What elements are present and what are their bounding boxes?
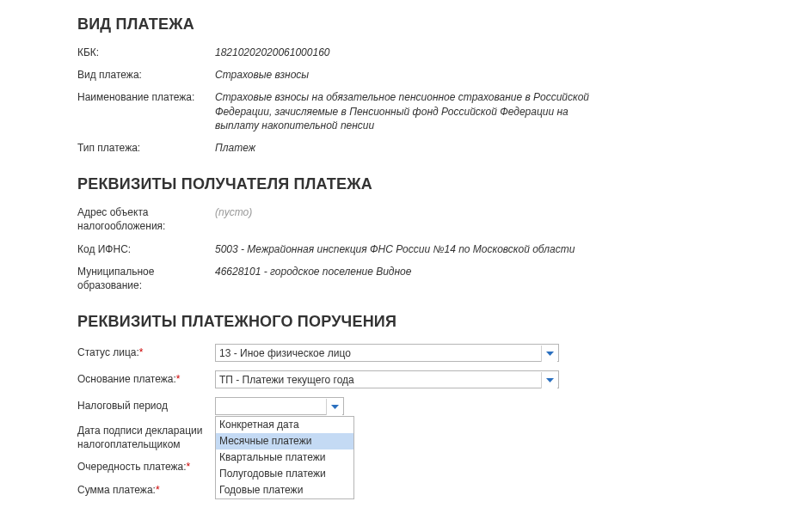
- row-muni: Муниципальное образование: 46628101 - го…: [77, 261, 722, 297]
- period-option[interactable]: Годовые платежи: [216, 482, 353, 498]
- section3-title: РЕКВИЗИТЫ ПЛАТЕЖНОГО ПОРУЧЕНИЯ: [77, 313, 722, 331]
- sign-date-label: Дата подписи декларации налогоплательщик…: [77, 424, 215, 451]
- period-option[interactable]: Месячные платежи: [216, 433, 353, 449]
- row-payment-kind: Вид платежа: Страховые взносы: [77, 64, 722, 87]
- row-period: Налоговый период Конкретная датаМесячные…: [77, 393, 722, 419]
- basis-label: Основание платежа:*: [77, 372, 215, 386]
- muni-label: Муниципальное образование:: [77, 265, 215, 292]
- chevron-down-icon: [326, 399, 342, 415]
- row-amount: Сумма платежа:*: [77, 479, 722, 501]
- period-option[interactable]: Квартальные платежи: [216, 449, 353, 466]
- ifns-label: Код ИФНС:: [77, 242, 215, 256]
- ifns-value: 5003 - Межрайонная инспекция ФНС России …: [215, 242, 593, 256]
- payment-kind-label: Вид платежа:: [77, 68, 215, 82]
- row-tax-addr: Адрес объекта налогообложения: (пусто): [77, 202, 722, 238]
- row-status: Статус лица:* 13 - Иное физическое лицо: [77, 339, 722, 366]
- row-basis: Основание платежа:* ТП - Платежи текущег…: [77, 366, 722, 393]
- row-payment-type: Тип платежа: Платеж: [77, 138, 722, 160]
- row-ifns: Код ИФНС: 5003 - Межрайонная инспекция Ф…: [77, 239, 722, 261]
- required-star: *: [176, 373, 181, 385]
- kbk-label: КБК:: [77, 46, 215, 59]
- period-option[interactable]: Полугодовые платежи: [216, 466, 353, 482]
- status-select-value: 13 - Иное физическое лицо: [219, 347, 351, 359]
- section2-title: РЕКВИЗИТЫ ПОЛУЧАТЕЛЯ ПЛАТЕЖА: [77, 175, 722, 193]
- status-label: Статус лица:*: [77, 345, 215, 359]
- basis-select-value: ТП - Платежи текущего года: [219, 374, 354, 386]
- required-star: *: [187, 461, 191, 473]
- order-label: Очередность платежа:*: [77, 460, 215, 474]
- period-label: Налоговый период: [77, 399, 215, 413]
- chevron-down-icon: [541, 372, 557, 388]
- row-order: Очередность платежа:*: [77, 456, 722, 478]
- amount-label: Сумма платежа:*: [77, 483, 215, 497]
- tax-addr-label: Адрес объекта налогообложения:: [77, 205, 215, 233]
- payment-type-value: Платеж: [215, 141, 593, 155]
- chevron-down-icon: [541, 345, 557, 362]
- muni-value: 46628101 - городское поселение Видное: [215, 265, 593, 278]
- basis-select[interactable]: ТП - Платежи текущего года: [215, 370, 559, 388]
- row-kbk: КБК: 18210202020061000160: [77, 42, 722, 64]
- period-dropdown: Конкретная датаМесячные платежиКвартальн…: [215, 416, 354, 499]
- row-sign-date: Дата подписи декларации налогоплательщик…: [77, 419, 722, 456]
- required-star: *: [139, 346, 144, 358]
- period-select[interactable]: [215, 397, 344, 415]
- payment-kind-value: Страховые взносы: [215, 68, 593, 82]
- payment-name-label: Наименование платежа:: [77, 90, 215, 104]
- section1-title: ВИД ПЛАТЕЖА: [77, 15, 722, 34]
- required-star: *: [156, 484, 160, 496]
- period-option[interactable]: Конкретная дата: [216, 417, 353, 433]
- tax-addr-value: (пусто): [215, 205, 593, 219]
- payment-name-value: Страховые взносы на обязательное пенсион…: [215, 90, 593, 132]
- row-payment-name: Наименование платежа: Страховые взносы н…: [77, 87, 722, 138]
- kbk-value: 18210202020061000160: [215, 46, 593, 59]
- status-select[interactable]: 13 - Иное физическое лицо: [215, 344, 559, 362]
- payment-type-label: Тип платежа:: [77, 141, 215, 155]
